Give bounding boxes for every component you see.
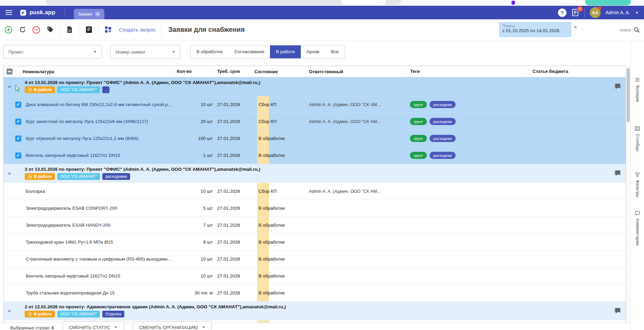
refresh-button[interactable] <box>18 25 27 34</box>
report-button[interactable] <box>84 25 93 34</box>
panel-item-функции[interactable]: Функции <box>631 77 644 102</box>
table-row[interactable]: Стрелочный манометр с токовым и цифровым… <box>4 251 626 268</box>
item-name[interactable]: Диск алмазный по бетону КМ 230x22,2x2,6 … <box>23 102 174 107</box>
item-name[interactable]: Вентиль запорный муфтовый 11627п1 DN15 <box>23 273 174 279</box>
table-row[interactable]: Электрододержатель ESAB HANDY-200 7 шт 2… <box>4 217 626 234</box>
item-state-cell: Сбор КП <box>254 96 309 113</box>
item-name[interactable]: Трехходовой кран 14М1 Ру=1,6 МПа Ø15 <box>23 240 174 245</box>
create-request-button[interactable]: Создать запрос <box>119 27 156 33</box>
item-quantity: 20 шт <box>174 119 213 124</box>
group-row[interactable]: 3 от 13.01.2026 по проекту: Проект "ОФИС… <box>4 164 626 183</box>
toolbar-separator <box>98 25 99 35</box>
item-name[interactable]: Круг отрезной по металлу Луга 125x22x1,2… <box>23 136 174 141</box>
comment-icon[interactable] <box>612 169 621 177</box>
status-tab[interactable]: В работе <box>270 45 300 58</box>
help-icon[interactable]: ? <box>558 8 566 17</box>
table-row[interactable]: Болгарка 10 шт 27.01.2026 Сбор КП Admin … <box>4 183 626 200</box>
page-title: Заявки для снабжения <box>168 26 245 34</box>
column-header-budget[interactable]: Статья бюджета <box>528 68 626 75</box>
column-header-due[interactable]: Треб. срок <box>213 68 254 75</box>
item-name[interactable]: Труба стальная водогазопроводная Дн 15 <box>23 290 174 295</box>
group-row[interactable]: 2 от 12.01.2026 по проекту: Администрати… <box>4 302 626 321</box>
group-badges: В работеООО "СК АМАНАТ"Отделка <box>25 311 286 317</box>
row-select-cell <box>4 119 23 125</box>
user-menu-caret-icon[interactable]: ▼ <box>635 11 639 15</box>
column-header-responsible[interactable]: Ответственный <box>309 69 405 74</box>
period-clear-icon[interactable]: ✕ <box>574 25 577 30</box>
table-row[interactable]: Круг зачистной по металлу Луга 125x22x6 … <box>4 113 626 130</box>
panel-item-комментарии[interactable]: Комментарии <box>631 210 644 246</box>
item-name[interactable]: Круг зачистной по металлу Луга 125x22x6 … <box>23 119 174 124</box>
period-filter-chip[interactable]: Период с 01.10.2025 по 14.01.2026 ✕ <box>499 22 572 37</box>
status-tab[interactable]: В обработке <box>191 45 229 58</box>
chevron-down-icon[interactable] <box>7 171 13 176</box>
table-row[interactable]: Труба стальная водогазопроводная Дн 15 3… <box>4 285 626 302</box>
create-request-icon[interactable] <box>104 25 112 34</box>
vertical-scrollbar[interactable] <box>626 66 630 330</box>
item-due-date: 27.01.2026 <box>213 206 254 211</box>
item-name[interactable]: Электрододержатель ESAB CONFORT-200 <box>23 206 174 211</box>
item-name[interactable]: Электрододержатель ESAB HANDY-200 <box>23 223 174 228</box>
row-checkbox[interactable] <box>15 102 21 108</box>
item-name[interactable]: Стрелочный манометр с токовым и цифровым… <box>23 256 174 262</box>
app-logo[interactable]: pusk.app <box>20 9 55 16</box>
avatar[interactable]: AA <box>590 7 601 18</box>
change-organization-button[interactable]: СМЕНИТЬ ОРГАНИЗАЦИЮ ▼ <box>133 321 212 330</box>
mouse-cursor-icon <box>15 85 20 92</box>
item-due-date: 27.01.2026 <box>213 223 254 228</box>
item-state-cell: В обработке <box>254 130 309 147</box>
search-button[interactable]: поиск <box>620 27 640 33</box>
item-name[interactable]: Болгарка <box>23 189 174 194</box>
column-header-quantity[interactable]: Кол-во <box>174 68 213 75</box>
status-tab[interactable]: Все <box>325 45 345 58</box>
chevron-down-icon[interactable] <box>7 309 13 313</box>
column-header-nomenclature[interactable]: Номенклатура <box>23 69 174 74</box>
group-title: 3 от 13.01.2026 по проекту: Проект "ОФИС… <box>25 167 261 172</box>
tab-close-icon[interactable]: ✕ <box>95 12 100 17</box>
row-checkbox[interactable] <box>15 119 21 125</box>
select-all-checkbox[interactable] <box>6 68 13 75</box>
project-select[interactable]: Проект ▼ <box>3 45 102 59</box>
row-checkbox[interactable] <box>15 136 21 142</box>
item-state-cell: В обработке <box>254 285 309 301</box>
table-row[interactable]: Вентиль запорный муфтовый 11627п1 DN15 1… <box>4 147 626 164</box>
table-row[interactable]: Диск алмазный по бетону КМ 230x22,2x2,6 … <box>4 96 626 113</box>
status-tabs: В обработкеСогласованиеВ работеАрхивВсе <box>190 45 345 59</box>
item-due-date: 27.01.2026 <box>213 240 254 245</box>
item-state: Сбор КП <box>254 102 277 107</box>
hamburger-menu-icon[interactable] <box>5 10 12 15</box>
panel-item-фильтры[interactable]: Фильтры <box>631 172 644 198</box>
chevron-down-icon[interactable] <box>7 84 13 89</box>
document-button[interactable] <box>65 25 74 34</box>
table-row[interactable]: Круг отрезной по металлу Луга 125x22x1,2… <box>4 130 626 147</box>
status-tab[interactable]: Архив <box>301 45 325 58</box>
scrollbar-thumb[interactable] <box>627 68 630 122</box>
remove-button[interactable] <box>32 25 41 34</box>
table-row[interactable]: Трехходовой кран 14М1 Ру=1,6 МПа Ø15 9 ш… <box>4 234 626 251</box>
item-name[interactable]: Вентиль запорный муфтовый 11627п1 DN15 <box>23 153 174 158</box>
comment-icon[interactable] <box>612 307 621 315</box>
column-header-tags[interactable]: Теги <box>405 68 528 75</box>
item-tags: грунтрасходник <box>405 152 528 159</box>
group-row[interactable]: 4 от 13.01.2026 по проекту: Проект "ОФИС… <box>4 77 626 96</box>
notifications-button[interactable]: 16 <box>572 8 579 17</box>
comment-icon[interactable] <box>612 83 621 90</box>
table-row[interactable]: Вентиль запорный муфтовый 11627п1 DN15 1… <box>4 268 626 285</box>
row-checkbox[interactable] <box>15 152 21 159</box>
group-badge-org: ООО "СК АМАНАТ" <box>57 173 100 180</box>
item-quantity: 100 шт <box>174 136 213 141</box>
group-checkbox-wrap <box>15 308 21 314</box>
change-status-button[interactable]: СМЕНИТЬ СТАТУС ▼ <box>63 321 124 330</box>
panel-item-столбцы[interactable]: Столбцы <box>631 126 644 152</box>
tag-button[interactable] <box>46 25 55 34</box>
table-row[interactable]: Электрододержатель ESAB CONFORT-200 5 шт… <box>4 200 626 217</box>
status-tab[interactable]: Согласование <box>229 45 270 58</box>
tab-zayavki[interactable]: Заявки ✕ <box>74 9 104 19</box>
column-header-state[interactable]: Состояние <box>254 69 309 74</box>
request-number-select[interactable]: Номер заявки ▼ <box>110 45 180 59</box>
group-badge-misc: расходники <box>102 173 130 180</box>
add-button[interactable] <box>4 25 13 34</box>
table-body: 4 от 13.01.2026 по проекту: Проект "ОФИС… <box>4 77 626 321</box>
avatar-initials: AA <box>592 10 598 15</box>
row-select-cell <box>4 102 23 108</box>
